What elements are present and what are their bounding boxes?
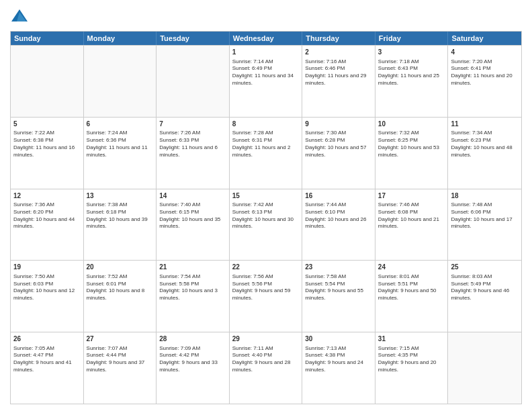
cell-text-line: Daylight: 10 hours and 8 minutes.: [87, 287, 154, 302]
logo: [10, 7, 32, 26]
cell-text-line: Sunset: 4:35 PM: [378, 352, 445, 359]
calendar-cell-4-0: 26Sunrise: 7:05 AMSunset: 4:47 PMDayligh…: [11, 332, 84, 404]
cell-text-line: Daylight: 10 hours and 57 minutes.: [305, 144, 372, 159]
cell-text-line: Daylight: 11 hours and 16 minutes.: [13, 144, 81, 159]
cell-text-line: Daylight: 11 hours and 2 minutes.: [232, 144, 300, 159]
cell-text-line: Sunrise: 7:07 AM: [87, 345, 154, 353]
day-number: 11: [451, 120, 519, 129]
cell-text-line: Daylight: 10 hours and 30 minutes.: [232, 216, 300, 231]
calendar-body: 1Sunrise: 7:14 AMSunset: 6:49 PMDaylight…: [11, 45, 521, 404]
cell-text-line: Sunset: 6:36 PM: [87, 137, 154, 144]
header-day-monday: Monday: [84, 32, 157, 45]
cell-text-line: Sunset: 4:44 PM: [87, 352, 154, 359]
calendar-cell-1-4: 9Sunrise: 7:30 AMSunset: 6:28 PMDaylight…: [302, 118, 375, 189]
calendar-cell-0-2: [157, 46, 230, 117]
day-number: 17: [378, 191, 445, 201]
cell-text-line: Sunset: 6:08 PM: [378, 209, 445, 216]
day-number: 6: [87, 120, 154, 129]
calendar-row-3: 19Sunrise: 7:50 AMSunset: 6:03 PMDayligh…: [11, 260, 521, 332]
cell-text-line: Daylight: 9 hours and 20 minutes.: [378, 359, 445, 374]
cell-text-line: Sunset: 6:20 PM: [13, 209, 81, 216]
cell-text-line: Sunset: 6:33 PM: [159, 137, 226, 144]
day-number: 12: [13, 191, 81, 201]
cell-text-line: Sunset: 6:31 PM: [232, 137, 300, 144]
calendar-cell-1-0: 5Sunrise: 7:22 AMSunset: 6:38 PMDaylight…: [11, 118, 84, 189]
cell-text-line: Sunset: 5:54 PM: [305, 281, 372, 288]
calendar-cell-4-3: 29Sunrise: 7:11 AMSunset: 4:40 PMDayligh…: [230, 332, 303, 404]
day-number: 9: [305, 120, 372, 129]
cell-text-line: Sunrise: 7:58 AM: [305, 273, 372, 281]
cell-text-line: Daylight: 10 hours and 44 minutes.: [13, 216, 81, 231]
cell-text-line: Sunrise: 7:36 AM: [13, 201, 81, 209]
cell-text-line: Sunrise: 7:52 AM: [87, 273, 154, 281]
cell-text-line: Sunrise: 7:40 AM: [159, 201, 226, 209]
cell-text-line: Daylight: 10 hours and 48 minutes.: [451, 144, 519, 159]
day-number: 15: [232, 191, 300, 201]
calendar-cell-2-2: 14Sunrise: 7:40 AMSunset: 6:15 PMDayligh…: [157, 189, 230, 261]
cell-text-line: Daylight: 11 hours and 29 minutes.: [305, 73, 372, 87]
calendar-cell-2-4: 16Sunrise: 7:44 AMSunset: 6:10 PMDayligh…: [302, 189, 375, 261]
cell-text-line: Sunrise: 7:13 AM: [305, 345, 372, 353]
day-number: 13: [87, 191, 154, 201]
calendar-cell-3-0: 19Sunrise: 7:50 AMSunset: 6:03 PMDayligh…: [11, 261, 84, 332]
cell-text-line: Sunrise: 7:14 AM: [232, 58, 300, 66]
day-number: 8: [232, 120, 300, 129]
cell-text-line: Sunrise: 7:20 AM: [451, 58, 519, 66]
cell-text-line: Sunset: 5:51 PM: [378, 281, 445, 288]
cell-text-line: Sunrise: 8:03 AM: [451, 273, 519, 281]
cell-text-line: Sunrise: 7:16 AM: [305, 58, 372, 66]
calendar-cell-4-4: 30Sunrise: 7:13 AMSunset: 4:38 PMDayligh…: [302, 332, 375, 404]
day-number: 25: [451, 263, 519, 272]
calendar-cell-0-4: 2Sunrise: 7:16 AMSunset: 6:46 PMDaylight…: [302, 46, 375, 117]
calendar-cell-0-0: [11, 46, 84, 117]
calendar-cell-3-6: 25Sunrise: 8:03 AMSunset: 5:49 PMDayligh…: [448, 261, 521, 332]
cell-text-line: Daylight: 10 hours and 35 minutes.: [159, 216, 226, 231]
cell-text-line: Sunset: 4:38 PM: [305, 352, 372, 359]
cell-text-line: Sunrise: 7:32 AM: [378, 130, 445, 137]
cell-text-line: Daylight: 11 hours and 20 minutes.: [451, 73, 519, 87]
calendar-row-2: 12Sunrise: 7:36 AMSunset: 6:20 PMDayligh…: [11, 189, 521, 261]
calendar-cell-1-1: 6Sunrise: 7:24 AMSunset: 6:36 PMDaylight…: [84, 118, 157, 189]
calendar-cell-4-6: [448, 332, 521, 404]
day-number: 20: [87, 263, 154, 272]
calendar-cell-1-2: 7Sunrise: 7:26 AMSunset: 6:33 PMDaylight…: [157, 118, 230, 189]
cell-text-line: Sunrise: 7:46 AM: [378, 201, 445, 209]
day-number: 5: [13, 120, 81, 129]
cell-text-line: Daylight: 9 hours and 41 minutes.: [13, 359, 81, 374]
cell-text-line: Sunrise: 7:44 AM: [305, 201, 372, 209]
calendar-cell-4-1: 27Sunrise: 7:07 AMSunset: 4:44 PMDayligh…: [84, 332, 157, 404]
cell-text-line: Daylight: 9 hours and 28 minutes.: [232, 359, 300, 374]
cell-text-line: Sunset: 6:01 PM: [87, 281, 154, 288]
cell-text-line: Sunrise: 7:15 AM: [378, 345, 445, 353]
calendar-cell-3-3: 22Sunrise: 7:56 AMSunset: 5:56 PMDayligh…: [230, 261, 303, 332]
cell-text-line: Daylight: 10 hours and 21 minutes.: [378, 216, 445, 231]
cell-text-line: Sunset: 6:03 PM: [13, 281, 81, 288]
calendar-cell-1-6: 11Sunrise: 7:34 AMSunset: 6:23 PMDayligh…: [448, 118, 521, 189]
calendar-cell-4-5: 31Sunrise: 7:15 AMSunset: 4:35 PMDayligh…: [375, 332, 449, 404]
cell-text-line: Sunset: 4:40 PM: [232, 352, 300, 359]
header-day-wednesday: Wednesday: [230, 32, 303, 45]
header-day-saturday: Saturday: [448, 32, 521, 45]
cell-text-line: Sunset: 6:43 PM: [378, 65, 445, 73]
calendar-cell-3-4: 23Sunrise: 7:58 AMSunset: 5:54 PMDayligh…: [302, 261, 375, 332]
cell-text-line: Sunset: 6:13 PM: [232, 209, 300, 216]
cell-text-line: Sunrise: 7:42 AM: [232, 201, 300, 209]
cell-text-line: Sunset: 4:47 PM: [13, 352, 81, 359]
day-number: 31: [378, 334, 445, 344]
cell-text-line: Daylight: 10 hours and 3 minutes.: [159, 287, 226, 302]
calendar-cell-0-1: [84, 46, 157, 117]
cell-text-line: Daylight: 9 hours and 50 minutes.: [378, 287, 445, 302]
cell-text-line: Sunrise: 7:24 AM: [87, 130, 154, 137]
cell-text-line: Daylight: 9 hours and 46 minutes.: [451, 287, 519, 302]
cell-text-line: Sunset: 6:38 PM: [13, 137, 81, 144]
calendar-cell-1-3: 8Sunrise: 7:28 AMSunset: 6:31 PMDaylight…: [230, 118, 303, 189]
cell-text-line: Sunrise: 7:38 AM: [87, 201, 154, 209]
cell-text-line: Sunset: 5:58 PM: [159, 281, 226, 288]
cell-text-line: Daylight: 11 hours and 34 minutes.: [232, 73, 300, 87]
logo-icon: [10, 7, 29, 26]
day-number: 21: [159, 263, 226, 272]
calendar-cell-4-2: 28Sunrise: 7:09 AMSunset: 4:42 PMDayligh…: [157, 332, 230, 404]
cell-text-line: Daylight: 10 hours and 53 minutes.: [378, 144, 445, 159]
cell-text-line: Sunrise: 7:22 AM: [13, 130, 81, 137]
cell-text-line: Sunset: 4:42 PM: [159, 352, 226, 359]
